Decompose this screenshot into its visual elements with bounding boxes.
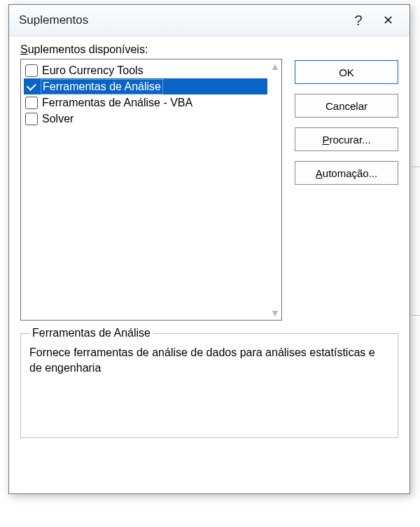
list-item-label: Ferramentas de Análise [42, 80, 162, 93]
list-item[interactable]: Solver [24, 111, 267, 127]
help-button[interactable]: ? [344, 8, 373, 32]
background-divider [412, 167, 420, 167]
browse-button-label: Procurar... [322, 134, 370, 146]
available-addins-label: Suplementos disponíveis: [20, 43, 282, 56]
details-description: Fornece ferramentas de análise de dados … [29, 345, 389, 375]
list-item[interactable]: Ferramentas de Análise - VBA [24, 94, 267, 111]
ok-button-label: OK [339, 66, 354, 78]
checkbox[interactable] [25, 64, 38, 77]
checkbox[interactable] [25, 80, 38, 93]
cancel-button-label: Cancelar [326, 100, 368, 112]
list-item-label: Ferramentas de Análise - VBA [42, 97, 192, 109]
checkmark-icon [27, 80, 36, 90]
label-rest: uplementos disponíveis: [28, 43, 148, 55]
checkbox[interactable] [25, 113, 38, 125]
automation-button-label: Automação... [316, 167, 377, 179]
scroll-up-icon[interactable]: ▲ [269, 60, 281, 73]
list-item-label: Solver [42, 113, 74, 125]
close-button[interactable]: ✕ [373, 8, 402, 32]
list-item[interactable]: Ferramentas de Análise [24, 78, 267, 94]
help-icon: ? [354, 13, 362, 29]
ok-button[interactable]: OK [295, 60, 398, 84]
cancel-button[interactable]: Cancelar [295, 94, 398, 118]
close-icon: ✕ [383, 13, 393, 28]
list-item-label: Euro Currency Tools [42, 64, 144, 77]
background-divider [412, 315, 420, 316]
accelerator-s: S [20, 43, 28, 55]
details-groupbox: Ferramentas de Análise Fornece ferrament… [20, 333, 398, 438]
scroll-down-icon[interactable]: ▼ [269, 307, 281, 319]
addins-dialog: Suplementos ? ✕ Suplementos disponíveis:… [8, 4, 410, 494]
browse-button[interactable]: Procurar... [295, 127, 398, 151]
addins-listbox[interactable]: Euro Currency ToolsFerramentas de Anális… [20, 59, 282, 321]
dialog-title: Suplementos [19, 13, 344, 27]
automation-button[interactable]: Automação... [295, 161, 398, 185]
list-item[interactable]: Euro Currency Tools [24, 62, 267, 78]
checkbox[interactable] [25, 97, 38, 109]
titlebar[interactable]: Suplementos ? ✕ [9, 5, 410, 36]
details-title: Ferramentas de Análise [29, 327, 153, 339]
